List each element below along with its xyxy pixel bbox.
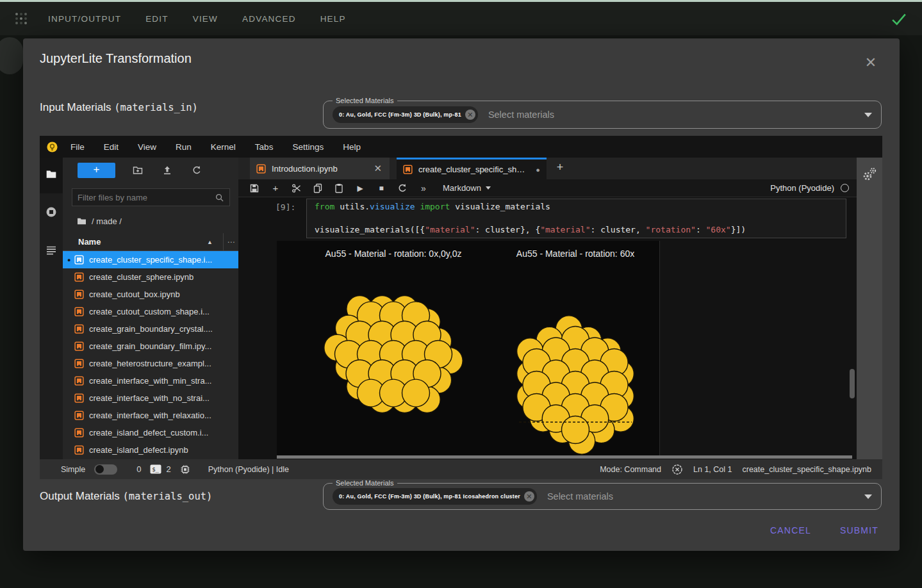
file-row[interactable]: ● create_cutout_custom_shape.i... xyxy=(63,303,238,320)
menu-edit[interactable]: EDIT xyxy=(145,14,169,24)
output-materials-label: Output Materials (materials_out) xyxy=(40,490,212,503)
horizontal-scrollbar[interactable] xyxy=(277,455,852,459)
transformation-dialog: JupyterLite Transformation ✕ Input Mater… xyxy=(23,38,900,551)
output-material-chip[interactable]: 0: Au, Gold, FCC (Fm-3m) 3D (Bulk), mp-8… xyxy=(333,488,537,505)
jp-menu-settings[interactable]: Settings xyxy=(292,142,324,152)
file-row[interactable]: ● create_grain_boundary_film.ipy... xyxy=(63,338,238,355)
file-name: create_cluster_specific_shape.i... xyxy=(89,255,212,265)
file-name: create_interface_with_relaxatio... xyxy=(89,411,211,420)
notebook-icon xyxy=(74,290,84,299)
cell-prompt: [9]: xyxy=(276,202,301,212)
close-tab-icon[interactable]: ✕ xyxy=(372,163,383,174)
remove-icon[interactable]: ✕ xyxy=(465,110,475,120)
jp-menu-view[interactable]: View xyxy=(138,142,156,152)
file-row[interactable]: ● create_heterostructure_exampl... xyxy=(63,355,238,372)
simple-mode-toggle[interactable] xyxy=(94,464,117,475)
trust-indicator-icon[interactable] xyxy=(671,464,683,475)
fast-forward-icon[interactable]: » xyxy=(418,183,429,193)
upload-icon[interactable] xyxy=(162,165,172,176)
cut-icon[interactable] xyxy=(292,183,302,193)
new-folder-icon[interactable] xyxy=(133,165,143,176)
save-icon[interactable] xyxy=(249,183,259,193)
file-list: ● create_cluster_specific_shape.i... ● c… xyxy=(63,251,238,459)
refresh-icon[interactable] xyxy=(192,165,202,176)
jp-menu-kernel[interactable]: Kernel xyxy=(211,142,236,152)
file-row[interactable]: ● create_cluster_specific_shape.i... xyxy=(63,251,238,268)
file-name: create_grain_boundary_crystal.... xyxy=(89,324,213,334)
paste-icon[interactable] xyxy=(334,183,344,193)
new-launcher-button[interactable]: + xyxy=(78,163,115,178)
chevron-down-icon[interactable] xyxy=(864,113,872,117)
jp-menu-help[interactable]: Help xyxy=(343,142,361,152)
table-of-contents-icon[interactable] xyxy=(45,245,57,256)
kernel-status-text[interactable]: Python (Pyodide) | Idle xyxy=(208,465,289,474)
running-sessions-icon[interactable] xyxy=(45,206,57,218)
gold-cluster-render xyxy=(277,241,660,455)
jp-menu-file[interactable]: File xyxy=(70,142,85,152)
terminal-icon: $_ xyxy=(150,464,161,474)
input-materials-select[interactable]: Selected Materials 0: Au, Gold, FCC (Fm-… xyxy=(323,101,882,129)
filter-files-input[interactable] xyxy=(78,193,215,202)
notebook-icon xyxy=(74,307,84,316)
file-row[interactable]: ● create_island_defect.ipynb xyxy=(63,441,238,459)
notebook-toolbar: + ▶ ■ xyxy=(238,179,857,197)
output-materials-select[interactable]: Selected Materials 0: Au, Gold, FCC (Fm-… xyxy=(323,483,882,510)
notebook-icon xyxy=(74,428,84,437)
remove-icon[interactable]: ✕ xyxy=(524,491,534,502)
stop-icon[interactable]: ■ xyxy=(376,184,386,193)
tab-introduction[interactable]: Introduction.ipynb ✕ xyxy=(250,158,390,179)
file-row[interactable]: ● create_interface_with_no_strai... xyxy=(63,389,238,407)
kernel-sessions-count[interactable]: 0 xyxy=(136,464,141,474)
file-name: create_grain_boundary_film.ipy... xyxy=(89,341,211,351)
run-icon[interactable]: ▶ xyxy=(355,184,365,193)
jp-menu-edit[interactable]: Edit xyxy=(104,142,119,152)
cursor-position[interactable]: Ln 1, Col 1 xyxy=(693,465,732,474)
add-tab-button[interactable]: + xyxy=(552,161,568,174)
file-row[interactable]: ● create_interface_with_relaxatio... xyxy=(63,407,238,424)
code-cell[interactable]: from utils.visualize import visualize_ma… xyxy=(306,199,846,238)
file-row[interactable]: ● create_grain_boundary_crystal.... xyxy=(63,320,238,338)
restart-kernel-icon[interactable] xyxy=(397,183,407,193)
copy-icon[interactable] xyxy=(313,183,323,193)
menu-view[interactable]: VIEW xyxy=(193,14,218,24)
jupyterlite-window: File Edit View Run Kernel Tabs Settings … xyxy=(40,136,882,479)
vertical-scrollbar[interactable] xyxy=(850,369,855,398)
menu-help[interactable]: HELP xyxy=(320,14,346,24)
jupyterlite-logo xyxy=(46,141,58,153)
chevron-down-icon[interactable] xyxy=(864,494,872,499)
folder-icon[interactable] xyxy=(45,168,57,180)
menu-advanced[interactable]: ADVANCED xyxy=(242,14,296,24)
memory-chip-icon[interactable] xyxy=(180,464,190,475)
settings-gears-icon[interactable] xyxy=(862,167,877,182)
right-sidebar-strip xyxy=(857,158,882,459)
kernel-indicator[interactable]: Python (Pyodide) xyxy=(770,183,849,193)
file-list-header[interactable]: Name ▲ ⋯ xyxy=(63,233,238,251)
insert-cell-icon[interactable]: + xyxy=(270,183,281,193)
command-mode-indicator[interactable]: Mode: Command xyxy=(600,465,661,474)
menu-input-output[interactable]: INPUT/OUTPUT xyxy=(48,14,121,24)
breadcrumb[interactable]: / made / xyxy=(77,216,122,226)
jp-menu-run[interactable]: Run xyxy=(176,142,192,152)
check-icon[interactable] xyxy=(891,13,907,26)
cancel-button[interactable]: CANCEL xyxy=(765,519,816,542)
file-row[interactable]: ● create_cutout_box.ipynb xyxy=(63,286,238,303)
terminal-sessions[interactable]: $_ 2 xyxy=(150,464,170,474)
input-material-chip[interactable]: 0: Au, Gold, FCC (Fm-3m) 3D (Bulk), mp-8… xyxy=(333,106,478,123)
kebab-icon[interactable]: ⋯ xyxy=(223,233,238,250)
cell-type-dropdown[interactable]: Markdown xyxy=(443,183,491,193)
jupyter-menu: File Edit View Run Kernel Tabs Settings … xyxy=(70,142,361,152)
simple-mode-label: Simple xyxy=(61,465,85,474)
activity-bar xyxy=(40,158,63,459)
folder-icon xyxy=(77,217,86,225)
unsaved-dot-icon: ● xyxy=(536,166,540,174)
input-field-legend: Selected Materials xyxy=(333,97,397,104)
close-icon[interactable]: ✕ xyxy=(862,54,879,71)
file-row[interactable]: ● create_cluster_sphere.ipynb xyxy=(63,268,238,286)
app-grid-icon[interactable] xyxy=(13,11,29,26)
file-row[interactable]: ● create_island_defect_custom.i... xyxy=(63,424,238,441)
materials-out-var: (materials_out) xyxy=(122,491,212,502)
jp-menu-tabs[interactable]: Tabs xyxy=(255,142,274,152)
submit-button[interactable]: SUBMIT xyxy=(835,519,884,542)
file-row[interactable]: ● create_interface_with_min_stra... xyxy=(63,372,238,389)
tab-create-cluster-specific-shape[interactable]: create_cluster_specific_sh… ● xyxy=(397,158,547,179)
